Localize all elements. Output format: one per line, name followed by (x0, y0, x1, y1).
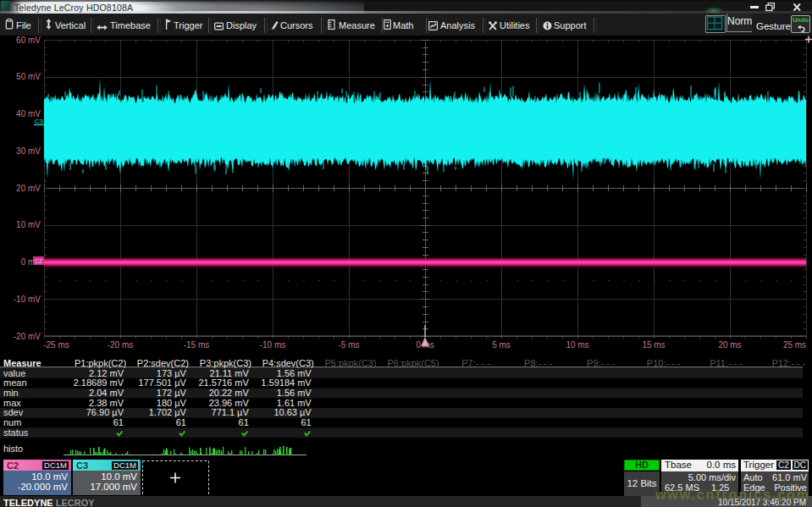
svg-text:10 ms: 10 ms (566, 340, 588, 350)
svg-text:max: max (3, 398, 21, 408)
svg-text:-10 ms: -10 ms (260, 340, 286, 350)
svg-text:30 mV: 30 mV (16, 146, 41, 156)
svg-text:P6:pkpk(C5): P6:pkpk(C5) (388, 358, 439, 368)
svg-text:20 mV: 20 mV (16, 184, 41, 193)
svg-text:771.1 µV: 771.1 µV (212, 407, 250, 417)
svg-text:P1:pkpk(C2): P1:pkpk(C2) (75, 358, 126, 368)
svg-text:P9:- - -: P9:- - - (587, 358, 616, 368)
svg-text:2.18689 mV: 2.18689 mV (74, 377, 124, 388)
svg-text:P8:- - -: P8:- - - (524, 358, 553, 368)
svg-text:1.56 mV: 1.56 mV (277, 388, 312, 398)
svg-text:P11:- - -: P11:- - - (710, 358, 743, 368)
svg-text:25 ms: 25 ms (783, 340, 806, 350)
svg-text:-20 mV: -20 mV (14, 332, 41, 341)
svg-text:2.38 mV: 2.38 mV (89, 398, 124, 408)
svg-text:21.11 mV: 21.11 mV (210, 368, 250, 378)
svg-text:min: min (3, 388, 19, 398)
svg-text:-15 ms: -15 ms (184, 340, 210, 350)
svg-text:value: value (3, 368, 25, 378)
svg-text:num: num (3, 417, 21, 427)
svg-text:-10 mV: -10 mV (14, 295, 41, 304)
svg-text:sdev: sdev (3, 407, 24, 417)
svg-text:76.90 µV: 76.90 µV (86, 407, 124, 417)
svg-text:histo: histo (3, 444, 23, 454)
svg-text:status: status (3, 427, 29, 438)
svg-text:P4:sdev(C3): P4:sdev(C3) (262, 358, 314, 368)
svg-text:15 ms: 15 ms (642, 340, 665, 350)
svg-text:23.96 mV: 23.96 mV (209, 398, 250, 408)
svg-text:50 mV: 50 mV (16, 72, 41, 81)
svg-text:C2: C2 (35, 257, 43, 265)
svg-text:P12:- - -: P12:- - - (772, 358, 806, 368)
svg-text:-5 ms: -5 ms (339, 340, 360, 350)
svg-text:21.5716 mV: 21.5716 mV (198, 377, 249, 388)
svg-text:C3: C3 (35, 118, 44, 125)
svg-text:P10:- - -: P10:- - - (647, 358, 681, 368)
svg-text:mean: mean (3, 377, 27, 388)
svg-text:61: 61 (239, 417, 249, 427)
svg-text:Measure: Measure (3, 358, 41, 368)
svg-text:61: 61 (113, 417, 124, 427)
svg-text:1.702 µV: 1.702 µV (149, 407, 187, 417)
svg-text:20.22 mV: 20.22 mV (209, 388, 250, 398)
svg-text:172 µV: 172 µV (157, 388, 187, 398)
svg-text:1.56 mV: 1.56 mV (277, 368, 312, 378)
svg-text:10.63 µV: 10.63 µV (273, 407, 312, 417)
svg-text:-25 ms: -25 ms (43, 340, 69, 350)
svg-text:P5:pkpk(C3): P5:pkpk(C3) (325, 358, 377, 368)
svg-text:177.501 µV: 177.501 µV (138, 377, 186, 388)
svg-text:1.61 mV: 1.61 mV (277, 398, 312, 408)
svg-text:60 mV: 60 mV (16, 36, 41, 45)
svg-text:20 ms: 20 ms (718, 340, 741, 350)
svg-text:P2:sdev(C2): P2:sdev(C2) (137, 358, 189, 368)
svg-text:61: 61 (176, 417, 186, 427)
svg-text:173 µV: 173 µV (157, 368, 187, 378)
svg-text:2.12 mV: 2.12 mV (89, 368, 124, 378)
svg-text:-20 ms: -20 ms (108, 340, 134, 350)
svg-text:180 µV: 180 µV (157, 398, 187, 408)
svg-text:1.59184 mV: 1.59184 mV (261, 377, 312, 388)
svg-text:10 mV: 10 mV (16, 220, 41, 229)
svg-text:P3:pkpk(C3): P3:pkpk(C3) (200, 358, 251, 368)
svg-text:5 ms: 5 ms (492, 340, 511, 350)
svg-text:2.04 mV: 2.04 mV (89, 388, 124, 398)
svg-text:P7:- - -: P7:- - - (461, 358, 490, 368)
svg-text:61: 61 (301, 417, 311, 427)
